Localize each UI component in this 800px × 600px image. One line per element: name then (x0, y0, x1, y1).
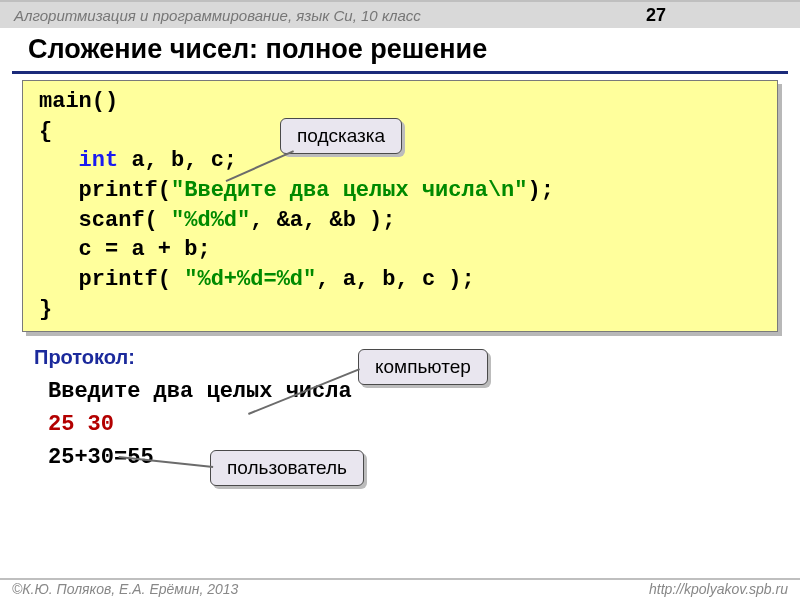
page-number: 27 (646, 5, 666, 26)
footer-authors: ©К.Ю. Поляков, Е.А. Ерёмин, 2013 (12, 581, 238, 597)
footer-bar: ©К.Ю. Поляков, Е.А. Ерёмин, 2013 http://… (0, 578, 800, 600)
code-line: c = a + b; (39, 237, 211, 262)
code-line: printf("Введите два целых числа\n"); (39, 178, 554, 203)
slide-title: Сложение чисел: полное решение (0, 28, 800, 71)
callout-hint: подсказка (280, 118, 402, 154)
code-line: } (39, 297, 52, 322)
code-line: { (39, 119, 52, 144)
code-line: printf( "%d+%d=%d", a, b, c ); (39, 267, 475, 292)
code-line: int a, b, c; (39, 148, 237, 173)
callout-user: пользователь (210, 450, 364, 486)
callout-computer: компьютер (358, 349, 488, 385)
protocol-result: 25+30=55 (48, 445, 154, 470)
course-title: Алгоритмизация и программирование, язык … (14, 7, 421, 24)
protocol-user-input: 25 30 (48, 412, 114, 437)
code-line: scanf( "%d%d", &a, &b ); (39, 208, 395, 233)
header-bar: Алгоритмизация и программирование, язык … (0, 0, 800, 28)
footer-url: http://kpolyakov.spb.ru (649, 581, 788, 597)
protocol-block: Введите два целых числа 25 30 25+30=55 (48, 375, 800, 474)
title-rule (12, 71, 788, 74)
code-block: main() { int a, b, c; printf("Введите дв… (22, 80, 778, 332)
code-line: main() (39, 89, 118, 114)
